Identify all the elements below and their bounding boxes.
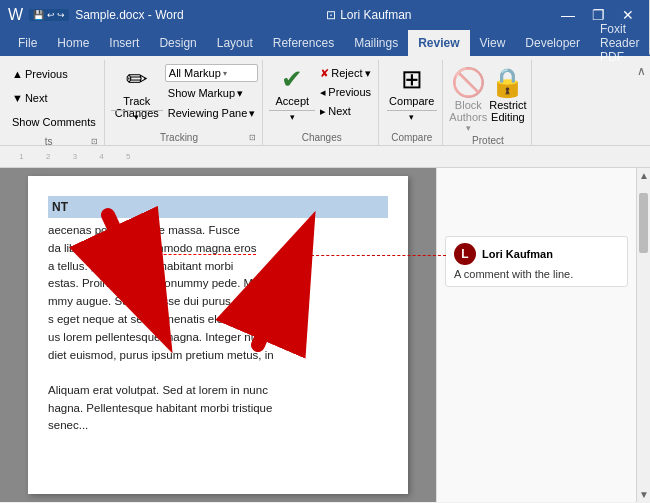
- restrict-editing-label: RestrictEditing: [489, 99, 526, 123]
- tab-foxit[interactable]: Foxit Reader PDF: [590, 30, 649, 56]
- title-bar-left: W 💾 ↩ ↪ Sample.docx - Word: [8, 6, 184, 24]
- title-bar-title: Sample.docx - Word: [75, 8, 184, 22]
- compare-drop-arrow: ▾: [409, 112, 414, 122]
- reject-icon: ✘: [320, 67, 329, 80]
- compare-label: Compare: [389, 95, 434, 107]
- paragraph-2: Aliquam erat volutpat. Sed at lorem in n…: [48, 382, 388, 435]
- tracking-expand-icon[interactable]: ⊡: [247, 132, 258, 144]
- comment-author: L Lori Kaufman: [454, 243, 619, 265]
- underlined-text: sit amet commodo magna eros: [99, 242, 257, 255]
- track-changes-drop-arrow: ▾: [134, 112, 139, 122]
- scroll-down-btn[interactable]: ▼: [637, 487, 650, 502]
- reject-btn[interactable]: ✘ Reject ▾: [317, 64, 374, 82]
- ribbon-group-compare: ⊞ Compare ▾ Compare: [381, 60, 443, 145]
- quick-access-toolbar[interactable]: 💾 ↩ ↪: [29, 9, 69, 21]
- compare-btn[interactable]: ⊞ Compare: [385, 62, 438, 110]
- comment-text: A comment with the line.: [454, 268, 619, 280]
- reject-drop-arrow: ▾: [365, 67, 371, 80]
- show-markup-btn[interactable]: Show Markup ▾: [165, 84, 259, 102]
- tab-file[interactable]: File: [8, 30, 47, 56]
- word-logo-icon: W: [8, 6, 23, 24]
- restrict-editing-icon: 🔒: [490, 66, 525, 99]
- accept-label: Accept: [275, 95, 309, 107]
- show-comments-btn[interactable]: Show Comments: [8, 110, 100, 134]
- changes-group-bottom: Changes: [269, 130, 374, 145]
- ribbon-collapse-btn[interactable]: ∧: [637, 60, 646, 145]
- show-markup-arrow: ▾: [237, 87, 243, 100]
- changes-next-btn[interactable]: ▸ Next: [317, 102, 374, 120]
- ribbon-group-changes: ✔ Accept ▾ ✘ Reject ▾ ◂ Previous: [265, 60, 379, 145]
- track-changes-icon: ✏: [126, 64, 148, 95]
- scrollbar-thumb[interactable]: [639, 193, 648, 253]
- block-authors-icon: 🚫: [451, 66, 486, 99]
- changes-prev-icon: ◂: [320, 86, 326, 99]
- reviewing-pane-arrow: ▾: [249, 107, 255, 120]
- comment-name: Lori Kaufman: [482, 248, 553, 260]
- accept-dropdown[interactable]: ▾: [269, 110, 315, 123]
- tab-layout[interactable]: Layout: [207, 30, 263, 56]
- tab-home[interactable]: Home: [47, 30, 99, 56]
- changes-group-content: ✔ Accept ▾ ✘ Reject ▾ ◂ Previous: [269, 62, 374, 130]
- tab-view[interactable]: View: [470, 30, 516, 56]
- accept-icon: ✔: [281, 64, 303, 95]
- ribbon-tab-bar: File Home Insert Design Layout Reference…: [0, 30, 650, 56]
- comment-sidebar: L Lori Kaufman A comment with the line.: [436, 168, 636, 502]
- tab-design[interactable]: Design: [149, 30, 206, 56]
- scroll-up-btn[interactable]: ▲: [637, 168, 650, 183]
- track-changes-dropdown[interactable]: ▾: [111, 110, 163, 123]
- paragraph-1: aecenas porttitu­ ongue massa. Fusce da …: [48, 222, 388, 365]
- ruler: 1 2 3 4 5: [0, 146, 650, 168]
- document-area: NT aecenas porttitu­ ongue massa. Fusce …: [0, 168, 650, 502]
- vertical-scrollbar[interactable]: ▲ ▼: [636, 168, 650, 502]
- tab-references[interactable]: References: [263, 30, 344, 56]
- tab-insert[interactable]: Insert: [99, 30, 149, 56]
- prev-arrow-icon: ▲: [12, 68, 23, 80]
- tab-mailings[interactable]: Mailings: [344, 30, 408, 56]
- reviewing-pane-btn[interactable]: Reviewing Pane ▾: [165, 104, 259, 122]
- title-bar: W 💾 ↩ ↪ Sample.docx - Word ⊡ Lori Kaufma…: [0, 0, 650, 30]
- page-container: NT aecenas porttitu­ ongue massa. Fusce …: [0, 168, 436, 502]
- previous-comment-btn[interactable]: ▲ Previous: [8, 62, 100, 86]
- selected-block: NT: [48, 196, 388, 218]
- tab-developer[interactable]: Developer: [515, 30, 590, 56]
- comments-nav: ▲ Previous ▼ Next Show Comments: [8, 62, 100, 134]
- connect-icon: ⊡: [326, 8, 336, 22]
- ruler-marks: 1 2 3 4 5: [6, 152, 131, 161]
- block-authors-arrow: ▾: [466, 123, 471, 133]
- compare-group-content: ⊞ Compare ▾: [385, 62, 438, 130]
- changes-next-icon: ▸: [320, 105, 326, 118]
- minimize-btn[interactable]: —: [554, 1, 582, 29]
- block-authors-label: BlockAuthors: [449, 99, 487, 123]
- ribbon-group-protect: 🚫 BlockAuthors ▾ 🔒 RestrictEditing Prote…: [445, 60, 531, 145]
- track-changes-btn[interactable]: ✏ TrackChanges: [111, 62, 163, 110]
- tracking-label: Tracking: [111, 130, 247, 145]
- ribbon: ▲ Previous ▼ Next Show Comments ts ⊡: [0, 56, 650, 146]
- highlighted-text: Pellentesque: [91, 260, 158, 272]
- all-markup-dropdown[interactable]: All Markup ▾: [165, 64, 259, 82]
- changes-previous-btn[interactable]: ◂ Previous: [317, 83, 374, 101]
- compare-dropdown[interactable]: ▾: [387, 110, 437, 123]
- title-bar-user: ⊡ Lori Kaufman: [326, 8, 411, 22]
- compare-icon: ⊞: [401, 64, 423, 95]
- protect-group-content: 🚫 BlockAuthors ▾ 🔒 RestrictEditing: [449, 62, 526, 133]
- next-comment-btn[interactable]: ▼ Next: [8, 86, 100, 110]
- ribbon-group-comments: ▲ Previous ▼ Next Show Comments ts ⊡: [4, 60, 105, 145]
- accept-drop-arrow: ▾: [290, 112, 295, 122]
- all-markup-arrow: ▾: [223, 69, 227, 78]
- tracking-group-content: ✏ TrackChanges ▾ All Markup ▾ Show Marku…: [111, 62, 259, 130]
- comment-avatar: L: [454, 243, 476, 265]
- comments-group-content: ▲ Previous ▼ Next Show Comments: [8, 62, 100, 134]
- accept-btn[interactable]: ✔ Accept: [269, 62, 315, 110]
- document-page: NT aecenas porttitu­ ongue massa. Fusce …: [28, 176, 408, 494]
- block-authors-btn[interactable]: 🚫 BlockAuthors ▾: [449, 62, 487, 133]
- tracking-group-bottom: Tracking ⊡: [111, 130, 259, 145]
- changes-label: Changes: [269, 130, 374, 145]
- ribbon-group-tracking: ✏ TrackChanges ▾ All Markup ▾ Show Marku…: [107, 60, 264, 145]
- tab-review[interactable]: Review: [408, 30, 469, 56]
- comment-bubble: L Lori Kaufman A comment with the line.: [445, 236, 628, 287]
- restrict-editing-btn[interactable]: 🔒 RestrictEditing: [489, 62, 526, 123]
- compare-group-bottom: Compare: [385, 130, 438, 145]
- compare-label-group: Compare: [385, 130, 438, 145]
- next-arrow-icon: ▼: [12, 92, 23, 104]
